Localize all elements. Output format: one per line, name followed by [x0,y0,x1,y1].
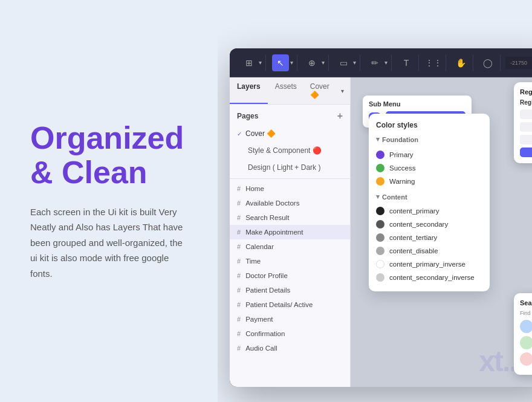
doctor-avatar-1 [520,320,532,333]
ruler-mark-1: -21750 [510,60,527,66]
grid-icon[interactable]: ⊞ [241,54,258,71]
page-item-cover[interactable]: ✓ Cover 🔶 [230,125,350,142]
color-row-content-inverse: content_primary_inverse [376,258,482,271]
layer-time[interactable]: # Time [230,254,350,268]
page-item-style[interactable]: Style & Component 🔴 [230,142,350,159]
layer-payment[interactable]: # Payment [230,312,350,326]
register-card-title: Register [520,88,532,96]
color-label-content-secondary: content_secondary [389,221,448,228]
hash-icon-time: # [237,258,241,265]
layer-make-appointment[interactable]: # Make Appointment [230,225,350,239]
register-submit-btn [520,148,532,157]
page-item-design[interactable]: Design ( Light + Dark ) [230,159,350,176]
color-dot-content-inverse [376,260,384,268]
color-label-content-secondary-inverse: content_secondary_inverse [389,274,475,281]
hash-icon-confirmation: # [237,330,241,337]
description: Each screen in the Ui kit is built Very … [30,204,187,282]
toolbar-group-pen: ✏ ▾ [363,54,392,71]
layers-panel: Layers Assets Cover 🔶 ▾ Pages + ✓ Cover … [230,77,351,387]
color-label-content-disable: content_disable [389,247,438,254]
layer-patient-details[interactable]: # Patient Details [230,283,350,297]
layer-home[interactable]: # Home [230,181,350,196]
editor-toolbar: ⊞ ▾ ↖ ▾ ⊕ ▾ ▭ ▾ ✏ ▾ T ⋮⋮ [230,48,532,77]
color-row-primary: Primary [376,148,482,161]
doctor-avatar-2 [520,336,532,349]
layer-label-doctor: Doctor Profile [245,272,288,279]
layer-label-confirmation: Confirmation [245,330,285,337]
color-dot-content-secondary-inverse [376,273,384,282]
doctor-row-2 [520,336,532,349]
toolbar-group-components: ⋮⋮ [421,54,446,71]
comment-icon[interactable]: ◯ [479,54,496,71]
color-styles-panel: Color styles Foundation Primary Success [369,114,490,291]
tab-assets[interactable]: Assets [268,77,304,104]
components-icon[interactable]: ⋮⋮ [425,54,442,71]
page-design-label: Design ( Light + Dark ) [248,163,320,172]
layer-label-home: Home [245,185,264,192]
color-label-primary: Primary [389,151,414,158]
foundation-section-title: Foundation [376,135,482,143]
register-account-title: Register Account [520,99,532,106]
pages-header: Pages + [230,105,350,125]
layer-label-appointment: Make Appointment [245,229,303,236]
doctor-row-1 [520,320,532,333]
layer-label-time: Time [245,258,261,265]
hash-icon-patient-active: # [237,301,241,308]
toolbar-group-select: ↖ ▾ [268,54,297,71]
layer-label-audio: Audio Call [245,345,277,352]
editor-window: ⊞ ▾ ↖ ▾ ⊕ ▾ ▭ ▾ ✏ ▾ T ⋮⋮ [230,48,532,387]
headline: Organized & Clean [30,121,187,190]
hash-icon-audio: # [237,345,241,352]
select-icon[interactable]: ↖ [272,54,289,71]
hash-icon-home: # [237,185,241,192]
layer-audio-call[interactable]: # Audio Call [230,341,350,355]
layer-available-doctors[interactable]: # Available Doctors [230,196,350,210]
doctor-row-3 [520,352,532,366]
layer-label-available: Available Doctors [245,199,299,207]
color-label-content-tertiary: content_tertiary [389,234,437,241]
color-row-content-tertiary: content_tertiary [376,231,482,244]
color-row-content-primary: content_primary [376,204,482,218]
hash-icon-payment: # [237,316,241,323]
hand-icon[interactable]: ✋ [452,54,469,71]
layer-search-result[interactable]: # Search Result [230,210,350,225]
text-icon[interactable]: T [398,54,415,71]
add-page-icon[interactable]: + [337,111,343,122]
search-subtitle: Find Specialist Doctor [520,310,532,316]
color-row-warning: Warning [376,175,482,188]
headline-line1: Organized [30,121,187,155]
layer-patient-active[interactable]: # Patient Details/ Active [230,297,350,312]
toolbar-group-comment: ◯ [476,54,501,71]
toolbar-group-grid: ⊞ ▾ [237,54,266,71]
right-panel: ⊞ ▾ ↖ ▾ ⊕ ▾ ▭ ▾ ✏ ▾ T ⋮⋮ [218,0,532,402]
toolbar-group-shape: ▭ ▾ [331,54,360,71]
pen-icon[interactable]: ✏ [366,54,383,71]
register-field-1 [520,109,532,119]
headline-line2: & Clean [30,155,187,190]
hash-icon-calendar: # [237,243,241,250]
hash-icon-available: # [237,199,241,207]
doctor-avatar-3 [520,352,532,366]
color-dot-content-disable [376,247,384,255]
layer-calendar[interactable]: # Calendar [230,239,350,254]
left-panel: Organized & Clean Each screen in the Ui … [0,97,218,306]
layer-label-patient-active: Patient Details/ Active [245,301,313,308]
color-label-warning: Warning [389,178,415,185]
hash-icon-appointment: # [237,229,241,236]
hash-icon-patient: # [237,287,241,294]
tab-layers[interactable]: Layers [230,77,268,104]
tab-cover[interactable]: Cover 🔶 ▾ [304,77,350,104]
editor-content: Layers Assets Cover 🔶 ▾ Pages + ✓ Cover … [230,77,532,387]
pages-label: Pages [237,112,258,120]
color-row-content-secondary-inverse: content_secondary_inverse [376,271,482,284]
layer-doctor-profile[interactable]: # Doctor Profile [230,268,350,283]
layer-confirmation[interactable]: # Confirmation [230,326,350,341]
page-style-label: Style & Component 🔴 [248,146,322,155]
layer-label-search: Search Result [245,214,289,221]
color-dot-primary [376,151,384,159]
page-cover-label: Cover 🔶 [245,129,276,138]
shape-icon[interactable]: ▭ [335,54,352,71]
search-card-title: Search Result [520,299,532,306]
color-row-success: Success [376,161,482,175]
frame-icon[interactable]: ⊕ [303,54,320,71]
